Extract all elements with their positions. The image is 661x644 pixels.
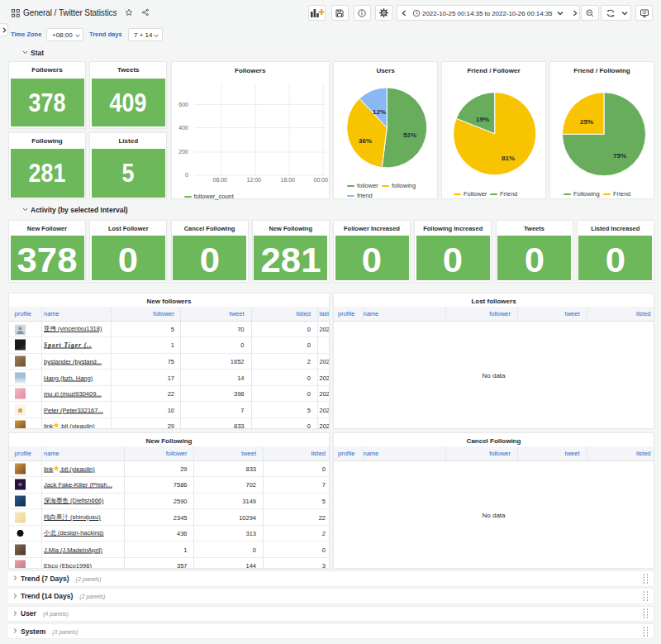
svg-text:25%: 25% [580,118,593,126]
svg-text:19%: 19% [476,116,489,123]
svg-text:12%: 12% [373,108,386,116]
svg-text:81%: 81% [502,155,515,162]
svg-text:36%: 36% [359,137,372,145]
svg-text:52%: 52% [403,131,416,139]
svg-text:75%: 75% [613,152,626,160]
